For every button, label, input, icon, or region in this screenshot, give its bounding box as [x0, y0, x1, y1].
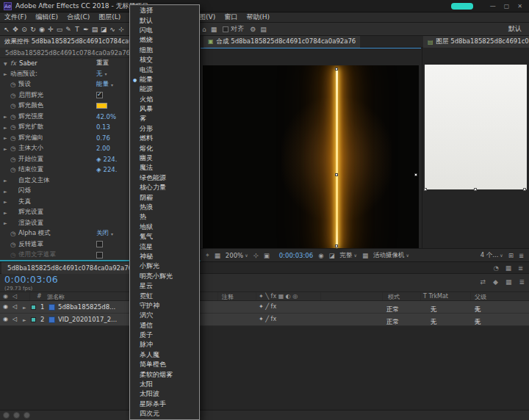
reset-button[interactable]: 重置 [96, 59, 109, 68]
window-control-button[interactable]: — [490, 3, 496, 10]
property-value[interactable]: 关闭 [96, 229, 109, 238]
layer-handle[interactable] [474, 188, 477, 191]
timeline-tab[interactable]: 5d8ba185825d8c4691c0784ca0a92a76 [1, 262, 138, 274]
property-value[interactable]: 0.76 [96, 134, 110, 142]
layer-switches[interactable]: ✦ ╱ fx [259, 316, 276, 322]
timeline-toggle-button[interactable] [13, 412, 20, 419]
animation-preset-value[interactable]: 无 [96, 70, 103, 79]
layer-twirl-icon[interactable]: ► [23, 305, 26, 310]
layer-handle[interactable] [335, 68, 338, 70]
layer-switches[interactable]: ✦ ╱ fx [259, 303, 276, 310]
mode-column-header[interactable]: 模式 [388, 293, 400, 301]
stopwatch-icon[interactable]: ◷ [10, 134, 18, 142]
grid-options-icon[interactable]: ▦ [215, 252, 220, 259]
toolbar-icon[interactable]: ⚙ [250, 26, 256, 33]
preset-menu-item[interactable]: ● 热 [130, 212, 199, 222]
expand-icon[interactable]: ⊞ [508, 252, 514, 259]
preset-menu-item[interactable]: ● 燃料 [130, 134, 199, 143]
audio-icon[interactable]: ◁ [12, 316, 17, 322]
layer-name[interactable]: VID_20201017_2... [58, 316, 117, 323]
preset-menu-item[interactable]: ● 柔软的烟雾 [130, 369, 199, 379]
preset-menu-item[interactable]: ● 燃烧 [130, 35, 199, 45]
tool-button[interactable]: ∿ [108, 26, 117, 33]
layer-panel-tab[interactable]: ▤ 图层 5d8ba185825d8c4691c0784ca0a92a76.mp… [423, 36, 529, 48]
stopwatch-icon[interactable]: ◷ [10, 166, 18, 173]
layer-twirl-icon[interactable]: ► [23, 317, 26, 322]
preset-menu-item[interactable]: ● 太阳 [130, 380, 199, 389]
preset-menu-item[interactable]: ● 太阳波 [130, 389, 199, 399]
toolbar-icon[interactable]: ⌂ [202, 26, 206, 33]
preset-menu-item[interactable]: ● 简单橙色 [130, 360, 199, 369]
panel-menu-icon[interactable]: ≣ [519, 252, 524, 259]
magnification-icon[interactable]: ⌖ [206, 251, 209, 259]
tool-button[interactable]: T [73, 26, 82, 33]
transparency-grid-icon[interactable]: ▣ [264, 252, 270, 259]
preset-menu-item[interactable]: ● 通信 [130, 321, 199, 330]
stopwatch-icon[interactable]: ◷ [10, 230, 18, 237]
source-name-column-header[interactable]: 源名称 [47, 293, 65, 301]
preset-menu-item[interactable]: ● 分形 [130, 124, 199, 134]
stopwatch-icon[interactable]: ◷ [10, 113, 18, 120]
snap-toggle[interactable]: 对齐 [223, 24, 244, 34]
preset-menu-item[interactable]: ● 火焰 [130, 95, 199, 104]
property-value[interactable]: 224. [104, 166, 118, 173]
twirl-right-icon[interactable]: ► [4, 125, 10, 130]
timeline-tab-icon[interactable]: ◔ [493, 264, 498, 272]
property-checkbox[interactable] [96, 241, 103, 247]
stopwatch-icon[interactable]: ◷ [10, 241, 18, 248]
preset-menu-item[interactable]: ● 明亮小辉光 [130, 272, 199, 281]
layer-panel-viewer[interactable] [422, 48, 529, 248]
preset-menu-item[interactable]: ● 星云 [130, 281, 199, 291]
preset-menu-item[interactable]: ● 地狱 [130, 222, 199, 232]
menu-bar-item[interactable]: 窗口 [220, 12, 242, 22]
tool-button[interactable]: ⊙ [20, 26, 29, 33]
current-timecode[interactable]: 0:00:03:06 [4, 275, 58, 285]
twirl-right-icon[interactable]: ► [4, 114, 10, 119]
preset-menu-item[interactable]: ● 雾 [130, 114, 199, 123]
stopwatch-icon[interactable]: ◷ [10, 92, 18, 99]
preset-menu-item[interactable]: ● 细胞 [130, 46, 199, 55]
stopwatch-icon[interactable]: ◷ [10, 123, 18, 131]
preset-menu-item[interactable]: ● 流星 [130, 242, 199, 251]
preset-menu-item[interactable]: ● 电流 [130, 65, 199, 74]
parent-column-header[interactable]: 父级 [475, 293, 486, 301]
menu-bar-item[interactable]: 图层(L) [94, 12, 125, 22]
preset-menu-item[interactable]: ● 核交 [130, 55, 199, 65]
preset-menu-item[interactable]: ● 四次元 [130, 409, 199, 419]
preset-menu-item[interactable]: ● 闪电 [130, 26, 199, 35]
timeline-tab-icon[interactable]: ≣ [518, 264, 523, 272]
preset-menu-item[interactable]: ● 能量 [130, 75, 199, 84]
source-footage-frame[interactable] [425, 65, 527, 189]
preset-menu-item[interactable]: ● 霓虹 [130, 291, 199, 300]
eye-icon[interactable]: ◉ [3, 303, 8, 310]
twirl-right-icon[interactable]: ► [4, 220, 10, 225]
zoom-level-dropdown[interactable]: 200% ∨ [226, 252, 248, 259]
property-value[interactable]: 42.0% [96, 113, 116, 120]
audio-icon[interactable]: ◁ [12, 303, 17, 310]
preset-menu-item[interactable]: ● 核心力量 [130, 183, 199, 192]
glow-color-swatch[interactable] [96, 103, 107, 109]
timeline-option-icon[interactable]: ▦ [505, 278, 512, 286]
menu-bar-item[interactable]: 文件(F) [0, 12, 31, 22]
menu-bar-item[interactable]: 帮助(H) [242, 12, 274, 22]
layer-handle[interactable] [523, 188, 526, 191]
composition-viewer[interactable] [201, 48, 421, 248]
twirl-right-icon[interactable]: ► [4, 146, 10, 151]
timeline-toggle-button[interactable] [3, 412, 10, 419]
preset-menu-item[interactable]: ● 风暴 [130, 104, 199, 114]
twirl-right-icon[interactable]: ► [4, 178, 10, 183]
tool-button[interactable]: ✛ [46, 26, 55, 33]
twirl-right-icon[interactable]: ► [4, 135, 10, 140]
menu-bar-item[interactable]: 编辑(E) [31, 12, 62, 22]
timeline-option-icon[interactable]: ≣ [519, 278, 525, 286]
tool-button[interactable]: ◉ [37, 26, 46, 33]
toolbar-icon[interactable]: ▦ [211, 26, 217, 33]
twirl-right-icon[interactable]: ► [4, 189, 10, 194]
tool-button[interactable]: ↻ [29, 26, 37, 33]
timeline-option-icon[interactable]: ⇄ [480, 278, 486, 286]
tool-button[interactable]: ▤ [90, 26, 99, 33]
timeline-layer-row[interactable]: ◉ ◁ ► 1 5d8ba185825d8... ✦ ╱ fx 正常 ∨ 无 ∨… [0, 301, 529, 314]
snapshot-icon[interactable]: ◉ [318, 252, 323, 259]
composition-canvas[interactable] [203, 65, 419, 249]
accent-pill-button[interactable] [451, 3, 473, 10]
